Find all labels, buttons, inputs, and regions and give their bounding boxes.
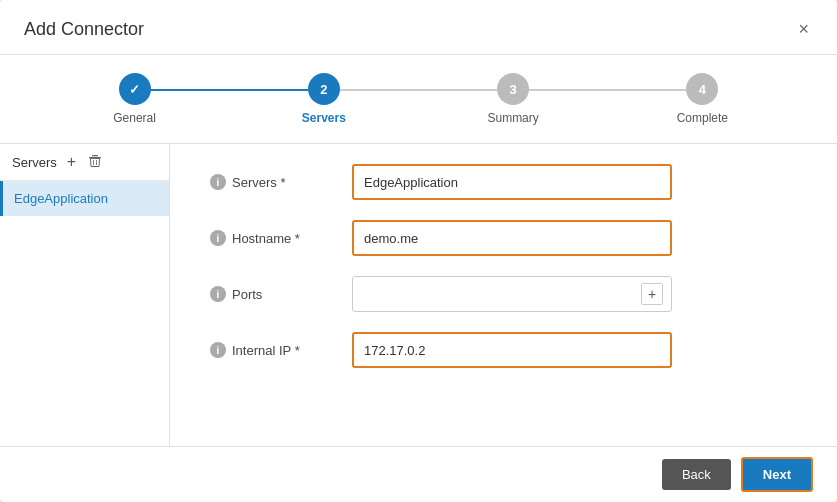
info-icon-servers: i [210, 174, 226, 190]
modal-title: Add Connector [24, 19, 144, 40]
form-area: i Servers * i Hostname * i Ports [170, 144, 837, 446]
hostname-input[interactable] [352, 220, 672, 256]
modal-header: Add Connector × [0, 0, 837, 55]
form-label-ports: i Ports [210, 286, 340, 302]
sidebar-header: Servers + [0, 144, 169, 181]
info-icon-hostname: i [210, 230, 226, 246]
form-label-servers: i Servers * [210, 174, 340, 190]
form-row-ports: i Ports + [210, 276, 797, 312]
content-area: Servers + EdgeApplication [0, 144, 837, 446]
form-label-internal-ip: i Internal IP * [210, 342, 340, 358]
ports-field: + [352, 276, 672, 312]
add-connector-modal: Add Connector × ✓ General 2 Servers 3 Su… [0, 0, 837, 502]
step-circle-summary: 3 [497, 73, 529, 105]
form-row-internal-ip: i Internal IP * [210, 332, 797, 368]
sidebar-item-edgeapplication[interactable]: EdgeApplication [0, 181, 169, 216]
step-servers: 2 Servers [229, 73, 418, 125]
form-row-hostname: i Hostname * [210, 220, 797, 256]
delete-server-button[interactable] [86, 154, 104, 170]
footer: Back Next [0, 446, 837, 502]
servers-input[interactable] [352, 164, 672, 200]
step-general: ✓ General [40, 73, 229, 125]
step-circle-servers: 2 [308, 73, 340, 105]
step-label-servers: Servers [302, 111, 346, 125]
back-button[interactable]: Back [662, 459, 731, 490]
step-circle-general: ✓ [119, 73, 151, 105]
servers-sidebar: Servers + EdgeApplication [0, 144, 170, 446]
step-label-complete: Complete [677, 111, 728, 125]
stepper: ✓ General 2 Servers 3 Summary 4 Complete [0, 55, 837, 144]
form-label-hostname: i Hostname * [210, 230, 340, 246]
info-icon-ports: i [210, 286, 226, 302]
step-label-summary: Summary [487, 111, 538, 125]
form-row-servers: i Servers * [210, 164, 797, 200]
step-summary: 3 Summary [419, 73, 608, 125]
step-complete: 4 Complete [608, 73, 797, 125]
step-circle-complete: 4 [686, 73, 718, 105]
info-icon-internal-ip: i [210, 342, 226, 358]
step-label-general: General [113, 111, 156, 125]
next-button[interactable]: Next [741, 457, 813, 492]
svg-rect-1 [92, 155, 98, 156]
internal-ip-input[interactable] [352, 332, 672, 368]
close-button[interactable]: × [794, 16, 813, 42]
add-server-button[interactable]: + [65, 154, 78, 170]
sidebar-header-label: Servers [12, 155, 57, 170]
ports-add-button[interactable]: + [641, 283, 663, 305]
